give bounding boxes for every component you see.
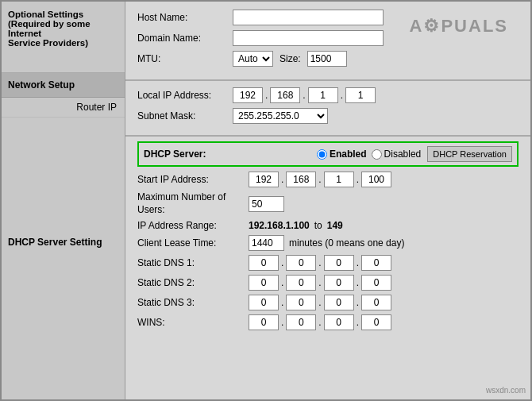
dhcp-server-label: DHCP Server: — [144, 148, 310, 160]
max-users-row: Maximum Number ofUsers: — [137, 191, 519, 216]
size-label: Size: — [279, 53, 301, 64]
router-ip-section: Local IP Address: . . . Subnet Mask: 25 — [125, 81, 530, 137]
dhcp-section: DHCP Server: Enabled Disabled DHCP Reser… — [125, 137, 530, 399]
sidebar-router-ip: Router IP — [2, 98, 125, 118]
dns2-1[interactable] — [249, 275, 279, 291]
ip-range-end: 149 — [327, 220, 343, 231]
wins-label: WINS: — [137, 317, 249, 328]
start-ip-1[interactable] — [249, 172, 279, 187]
start-ip-2[interactable] — [286, 172, 316, 187]
local-ip-4[interactable] — [345, 87, 376, 103]
dhcp-enabled-option[interactable]: Enabled — [317, 148, 367, 160]
wsxdn-watermark: wsxdn.com — [486, 386, 526, 395]
ip-dot-3: . — [341, 90, 343, 101]
wins-3[interactable] — [324, 314, 354, 330]
subnet-row: Subnet Mask: 255.255.255.0 — [137, 108, 519, 124]
mtu-size-input[interactable] — [307, 51, 347, 67]
sidebar-dhcp-setting: DHCP Server Setting — [2, 230, 125, 254]
dhcp-radio-group: Enabled Disabled — [317, 148, 421, 160]
dhcp-reservation-button[interactable]: DHCP Reservation — [427, 146, 512, 162]
lease-time-suffix: minutes (0 means one day) — [289, 237, 404, 249]
start-ip-row: Start IP Address: . . . — [137, 172, 519, 187]
local-ip-1[interactable] — [233, 87, 263, 103]
dns1-3[interactable] — [324, 255, 354, 271]
ip-dot-2: . — [303, 90, 305, 101]
local-ip-2[interactable] — [270, 87, 300, 103]
dns2-2[interactable] — [286, 275, 316, 291]
domain-name-label: Domain Name: — [137, 33, 233, 44]
mtu-label: MTU: — [137, 53, 233, 64]
optional-settings-section: Host Name: Domain Name: MTU: Auto Size: — [125, 2, 530, 81]
ip-range-value: 192.168.1.100 — [249, 220, 310, 231]
dhcp-enabled-label: Enabled — [330, 148, 367, 160]
dns2-row: Static DNS 2: . . . — [137, 275, 519, 291]
host-name-label: Host Name: — [137, 12, 233, 23]
host-name-input[interactable] — [233, 10, 384, 25]
mtu-select[interactable]: Auto — [233, 51, 273, 67]
ip-dot-1: . — [265, 90, 268, 101]
subnet-label: Subnet Mask: — [137, 110, 233, 121]
dns3-4[interactable] — [361, 295, 391, 310]
dns2-3[interactable] — [324, 275, 354, 291]
dns1-label: Static DNS 1: — [137, 257, 249, 268]
ip-range-label: IP Address Range: — [137, 220, 249, 231]
dhcp-disabled-label: Disabled — [384, 148, 422, 160]
dns2-4[interactable] — [361, 275, 391, 291]
local-ip-row: Local IP Address: . . . — [137, 87, 519, 103]
subnet-select[interactable]: 255.255.255.0 — [233, 108, 328, 124]
dns1-1[interactable] — [249, 255, 279, 271]
dns1-2[interactable] — [286, 255, 316, 271]
dns3-3[interactable] — [324, 295, 354, 310]
ip-range-row: IP Address Range: 192.168.1.100 to 149 — [137, 220, 519, 231]
sidebar: Optional Settings (Required by some Inte… — [2, 2, 125, 399]
start-ip-label: Start IP Address: — [137, 174, 249, 185]
dns2-label: Static DNS 2: — [137, 277, 249, 288]
dns3-1[interactable] — [249, 295, 279, 310]
max-users-label: Maximum Number ofUsers: — [137, 191, 249, 216]
sidebar-optional-settings: Optional Settings (Required by some Inte… — [2, 2, 125, 73]
dhcp-disabled-option[interactable]: Disabled — [372, 148, 422, 160]
local-ip-3[interactable] — [308, 87, 338, 103]
appuals-watermark: A⚙PUALS — [410, 16, 508, 37]
ip-range-to: to — [314, 220, 322, 231]
start-ip-4[interactable] — [361, 172, 391, 187]
start-ip-3[interactable] — [324, 172, 354, 187]
lease-time-row: Client Lease Time: minutes (0 means one … — [137, 235, 519, 251]
local-ip-label: Local IP Address: — [137, 90, 233, 101]
wins-1[interactable] — [249, 314, 279, 330]
sidebar-network-setup: Network Setup — [2, 73, 125, 98]
wins-row: WINS: . . . — [137, 314, 519, 330]
mtu-row: MTU: Auto Size: — [137, 51, 519, 67]
lease-time-input[interactable] — [249, 235, 284, 251]
domain-name-input[interactable] — [233, 30, 384, 46]
dhcp-server-row: DHCP Server: Enabled Disabled DHCP Reser… — [137, 141, 519, 167]
wins-2[interactable] — [286, 314, 316, 330]
dns1-4[interactable] — [361, 255, 391, 271]
max-users-input[interactable] — [249, 196, 284, 212]
dns3-2[interactable] — [286, 295, 316, 310]
dns3-row: Static DNS 3: . . . — [137, 295, 519, 310]
main-content: Host Name: Domain Name: MTU: Auto Size: — [125, 2, 530, 399]
dhcp-disabled-radio[interactable] — [372, 149, 382, 160]
dns3-label: Static DNS 3: — [137, 297, 249, 308]
wins-4[interactable] — [361, 314, 391, 330]
dns1-row: Static DNS 1: . . . — [137, 255, 519, 271]
lease-time-label: Client Lease Time: — [137, 237, 249, 249]
dhcp-enabled-radio[interactable] — [317, 149, 327, 160]
